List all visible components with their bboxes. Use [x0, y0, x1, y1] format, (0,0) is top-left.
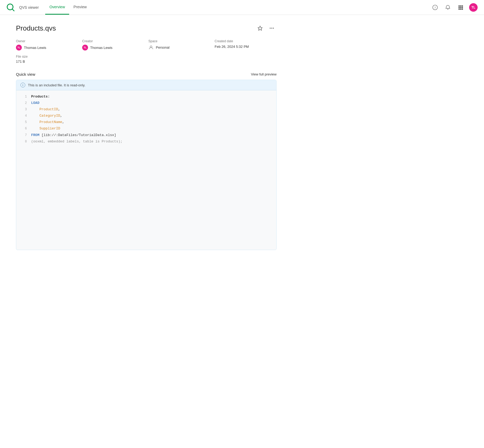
line-number-2: 2 — [20, 100, 27, 106]
line-number-1: 1 — [20, 94, 27, 99]
code-token: ProductName — [39, 120, 62, 124]
space-field: Space Personal — [148, 39, 210, 50]
created-date: Feb 26, 2024 5:32 PM — [215, 45, 249, 49]
code-token: SupplierID — [39, 126, 60, 130]
help-icon: ? — [432, 5, 438, 10]
tool-label: QVS viewer — [19, 5, 39, 10]
code-line-4: 4 CategoryID, — [16, 113, 276, 119]
code-area: 1 Products: 2 LOAD 3 ProductID, 4 Catego… — [16, 90, 276, 250]
svg-point-16 — [273, 28, 274, 29]
owner-name: Thomas Lewis — [24, 46, 46, 50]
code-line-5: 5 ProductName, — [16, 119, 276, 125]
code-token: FROM — [31, 133, 39, 137]
space-value: Personal — [148, 45, 210, 50]
code-line-8: 8 (ooxml, embedded labels, table is Prod… — [16, 138, 276, 145]
created-date-field: Created date Feb 26, 2024 5:32 PM — [215, 39, 277, 50]
file-title: Products.qvs — [16, 24, 56, 32]
grid-icon — [458, 5, 463, 10]
file-size-value: 171 B — [16, 60, 277, 64]
owner-avatar: TL — [16, 45, 22, 50]
code-line-7: 7 FROM [lib://:DataFiles/TutorialData.xl… — [16, 132, 276, 138]
svg-marker-13 — [258, 26, 262, 30]
code-token: ProductID — [39, 107, 58, 111]
more-options-button[interactable] — [267, 23, 277, 33]
creator-name: Thomas Lewis — [90, 46, 112, 50]
notifications-button[interactable] — [444, 3, 452, 12]
svg-text:?: ? — [434, 6, 436, 10]
main-content: Products.qvs Owner TL Thomas Lew — [0, 15, 293, 259]
file-size-label: File size — [16, 55, 277, 58]
star-icon — [257, 26, 263, 31]
grid-menu-button[interactable] — [456, 3, 465, 12]
code-token: CategoryID — [39, 114, 60, 118]
user-avatar[interactable]: TL — [469, 3, 478, 12]
space-icon — [148, 45, 154, 50]
svg-rect-8 — [460, 7, 461, 8]
tab-preview[interactable]: Preview — [69, 0, 91, 15]
code-line-2: 2 LOAD — [16, 100, 276, 106]
svg-rect-6 — [462, 5, 463, 7]
svg-point-14 — [270, 28, 271, 29]
svg-rect-11 — [460, 9, 461, 10]
tab-overview[interactable]: Overview — [45, 0, 69, 15]
ellipsis-icon — [269, 26, 274, 31]
nav-tabs: Overview Preview — [45, 0, 91, 15]
creator-value: TL Thomas Lewis — [82, 45, 144, 50]
space-name: Personal — [156, 45, 169, 49]
code-viewer: i This is an included file. It is read-o… — [16, 80, 277, 250]
svg-line-1 — [12, 9, 14, 11]
svg-rect-7 — [458, 7, 460, 8]
file-title-actions — [255, 23, 277, 33]
svg-rect-5 — [460, 5, 461, 7]
line-number-5: 5 — [20, 120, 27, 125]
code-line-6: 6 SupplierID — [16, 125, 276, 132]
favorite-button[interactable] — [255, 23, 265, 33]
svg-point-15 — [271, 28, 272, 29]
created-date-label: Created date — [215, 39, 277, 43]
line-number-4: 4 — [20, 113, 27, 119]
app-header: QVS viewer Overview Preview ? — [0, 0, 484, 15]
svg-rect-4 — [458, 5, 460, 7]
help-button[interactable]: ? — [431, 3, 439, 12]
code-token: Products: — [31, 95, 50, 99]
view-full-preview-button[interactable]: View full preview — [251, 72, 277, 76]
created-date-value: Feb 26, 2024 5:32 PM — [215, 45, 277, 49]
file-title-row: Products.qvs — [16, 23, 277, 33]
svg-rect-9 — [462, 7, 463, 8]
owner-label: Owner — [16, 39, 78, 43]
svg-rect-10 — [458, 9, 460, 10]
metadata-grid: Owner TL Thomas Lewis Creator TL Thomas … — [16, 39, 277, 50]
code-token: LOAD — [31, 101, 39, 105]
info-icon: i — [20, 83, 25, 87]
line-number-8: 8 — [20, 139, 27, 144]
quick-view-title: Quick view — [16, 72, 35, 77]
code-line-3: 3 ProductID, — [16, 106, 276, 113]
svg-rect-12 — [462, 9, 463, 10]
owner-value: TL Thomas Lewis — [16, 45, 78, 50]
code-line-1: 1 Products: — [16, 94, 276, 100]
creator-avatar: TL — [82, 45, 88, 50]
creator-label: Creator — [82, 39, 144, 43]
read-only-banner: i This is an included file. It is read-o… — [16, 80, 276, 90]
space-label: Space — [148, 39, 210, 43]
qlik-logo[interactable] — [6, 3, 15, 12]
file-size-section: File size 171 B — [16, 55, 277, 64]
header-right: ? TL — [431, 3, 478, 12]
creator-field: Creator TL Thomas Lewis — [82, 39, 144, 50]
line-number-3: 3 — [20, 107, 27, 112]
quick-view-header: Quick view View full preview — [16, 72, 277, 77]
owner-field: Owner TL Thomas Lewis — [16, 39, 78, 50]
line-number-7: 7 — [20, 133, 27, 138]
read-only-text: This is an included file. It is read-onl… — [28, 83, 85, 87]
bell-icon — [445, 5, 450, 10]
line-number-6: 6 — [20, 126, 27, 131]
code-token: (ooxml, embedded labels, table is Produc… — [31, 140, 122, 143]
